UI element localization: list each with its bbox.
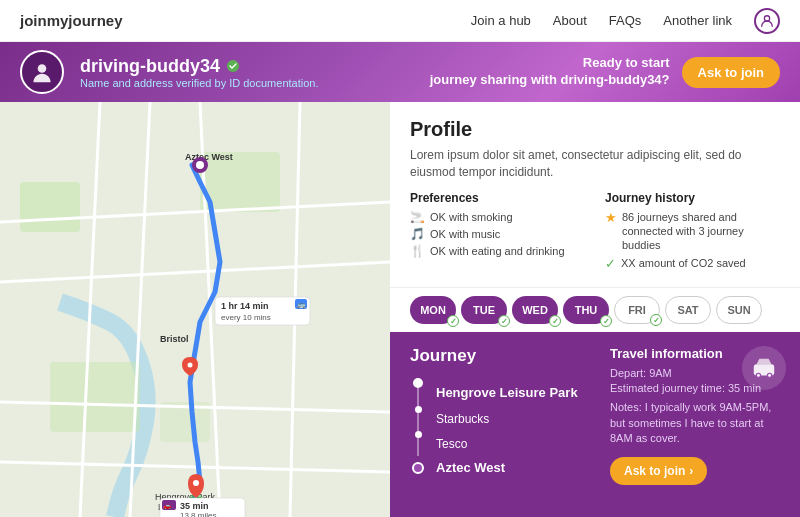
profile-title: Profile [410,118,780,141]
stop-indicator-3 [410,431,426,456]
connector-3 [417,438,419,456]
svg-text:35 min: 35 min [180,501,209,511]
user-info: driving-buddy34 Name and address verifie… [80,56,414,89]
profile-section: Profile Lorem ipsum dolor sit amet, cons… [390,102,800,287]
stop-text-1: Hengrove Leisure Park [436,381,578,404]
right-panel: Profile Lorem ipsum dolor sit amet, cons… [390,102,800,517]
svg-text:1 hr 14 min: 1 hr 14 min [221,301,269,311]
journey-stops: Hengrove Leisure Park Starbucks [410,378,594,479]
journey-history: Journey history ★ 86 journeys shared and… [605,191,780,278]
nav-links: Join a hub About FAQs Another link [471,8,780,34]
days-row: MON ✓ TUE ✓ WED ✓ THU ✓ FRI ✓ SAT [390,287,800,332]
eating-icon: 🍴 [410,244,425,258]
ask-to-join-button[interactable]: Ask to join [682,57,780,88]
logo: joinmyjourney [20,12,123,29]
day-sat[interactable]: SAT [665,296,711,324]
history-journeys: ★ 86 journeys shared and connected with … [605,210,780,253]
navigation: joinmyjourney Join a hub About FAQs Anot… [0,0,800,42]
day-thu[interactable]: THU ✓ [563,296,609,324]
pref-history-row: Preferences 🚬 OK with smoking 🎵 OK with … [410,191,780,278]
nav-join-hub[interactable]: Join a hub [471,13,531,28]
svg-text:13.8 miles: 13.8 miles [180,511,216,517]
pref-music: 🎵 OK with music [410,227,585,241]
svg-rect-6 [50,362,140,432]
svg-point-15 [193,480,199,486]
travel-notes: Notes: I typically work 9AM-5PM, but som… [610,400,780,446]
star-icon: ★ [605,210,617,227]
stop-indicator-1 [410,378,426,406]
ask-to-join-journey-button[interactable]: Ask to join › [610,457,707,485]
stop-dot-1 [413,378,423,388]
nav-another-link[interactable]: Another link [663,13,732,28]
user-icon[interactable] [754,8,780,34]
svg-text:every 10 mins: every 10 mins [221,313,271,322]
stop-indicator-2 [410,406,426,431]
day-fri-check: ✓ [650,314,662,326]
day-mon-check: ✓ [447,315,459,327]
history-co2: ✓ XX amount of CO2 saved [605,256,780,273]
nav-about[interactable]: About [553,13,587,28]
username: driving-buddy34 [80,56,414,77]
stop-dot-2 [415,406,422,413]
connector-2 [417,413,419,431]
day-wed-check: ✓ [549,315,561,327]
journey-section: Journey Hengrove Leisure Park [390,332,800,517]
leaf-icon: ✓ [605,256,616,273]
car-icon [751,355,777,381]
journey-title: Journey [410,346,594,366]
smoking-icon: 🚬 [410,210,425,224]
header-cta: Ready to startjourney sharing with drivi… [430,55,780,89]
pref-eating: 🍴 OK with eating and drinking [410,244,585,258]
stop-text-4: Aztec West [436,456,505,479]
stop-dot-3 [415,431,422,438]
profile-description: Lorem ipsum dolor sit amet, consectetur … [410,147,780,181]
stop-tesco: Tesco [410,431,594,456]
avatar [20,50,64,94]
svg-text:🚗: 🚗 [163,501,172,510]
day-tue-check: ✓ [498,315,510,327]
music-icon: 🎵 [410,227,425,241]
svg-point-30 [757,374,760,377]
svg-text:🚌: 🚌 [297,300,306,309]
stop-text-2: Starbucks [436,408,489,430]
pref-smoking: 🚬 OK with smoking [410,210,585,224]
history-title: Journey history [605,191,780,205]
svg-point-1 [38,64,47,73]
day-sun[interactable]: SUN [716,296,762,324]
day-tue[interactable]: TUE ✓ [461,296,507,324]
stop-text-3: Tesco [436,433,467,455]
svg-text:Aztec West: Aztec West [185,152,233,162]
connector-1 [417,388,419,406]
verified-text: Name and address verified by ID document… [80,77,414,89]
stop-starbucks: Starbucks [410,406,594,431]
preferences: Preferences 🚬 OK with smoking 🎵 OK with … [410,191,585,278]
main-content: Aztec West Bristol Hengrove Park Leisure… [0,102,800,517]
stop-indicator-4 [410,462,426,474]
svg-point-32 [768,374,771,377]
header-banner: driving-buddy34 Name and address verifie… [0,42,800,102]
svg-text:Bristol: Bristol [160,334,189,344]
map-area: Aztec West Bristol Hengrove Park Leisure… [0,102,390,517]
stop-dot-4 [412,462,424,474]
arrow-icon: › [689,464,693,478]
journey-left: Journey Hengrove Leisure Park [410,346,594,503]
svg-point-13 [196,161,204,169]
stop-hengrove: Hengrove Leisure Park [410,378,594,406]
svg-rect-4 [20,182,80,232]
day-wed[interactable]: WED ✓ [512,296,558,324]
nav-faqs[interactable]: FAQs [609,13,642,28]
day-thu-check: ✓ [600,315,612,327]
stop-aztec: Aztec West [410,456,594,479]
preferences-title: Preferences [410,191,585,205]
cta-text: Ready to startjourney sharing with drivi… [430,55,670,89]
day-fri[interactable]: FRI ✓ [614,296,660,324]
day-mon[interactable]: MON ✓ [410,296,456,324]
svg-point-16 [188,363,193,368]
svg-point-0 [764,15,769,20]
